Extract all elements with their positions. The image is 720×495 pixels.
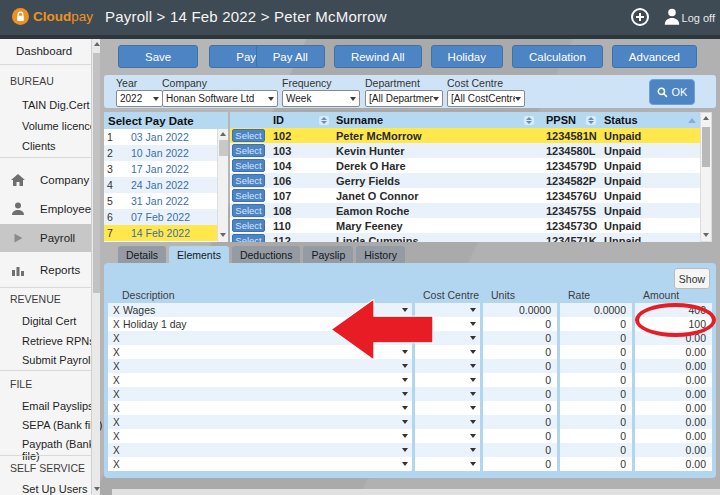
ok-search-button[interactable]: OK <box>649 79 695 105</box>
year-select[interactable]: 2022 <box>116 90 163 107</box>
cost-centre-select[interactable] <box>415 401 480 415</box>
amount-cell[interactable]: 0.00 <box>635 331 712 345</box>
remove-x-button[interactable]: X <box>113 459 123 470</box>
remove-x-button[interactable]: X <box>113 389 123 400</box>
remove-x-button[interactable]: X <box>113 445 123 456</box>
amount-cell[interactable]: 0.00 <box>635 457 712 471</box>
description-select[interactable]: X <box>108 415 412 429</box>
cost-centre-select[interactable] <box>415 345 480 359</box>
description-select[interactable]: X <box>108 429 412 443</box>
advanced-button[interactable]: Advanced <box>612 45 697 68</box>
description-select[interactable]: X <box>108 331 412 345</box>
amount-cell[interactable]: 0.00 <box>635 387 712 401</box>
pay-date-row-selected[interactable]: 714 Feb 2022 <box>104 225 217 241</box>
description-select[interactable]: XWages <box>108 303 412 317</box>
show-button[interactable]: Show <box>674 268 710 289</box>
sort-icon[interactable] <box>586 116 596 125</box>
scrollbar-thumb[interactable] <box>93 53 100 293</box>
description-select[interactable]: XHoliday 1 day <box>108 317 412 331</box>
units-cell[interactable]: 0 <box>483 415 557 429</box>
amount-cell[interactable]: 100 <box>635 317 712 331</box>
scroll-down-icon[interactable] <box>220 233 226 237</box>
units-cell[interactable]: 0 <box>483 345 557 359</box>
select-button[interactable]: Select <box>232 219 265 232</box>
select-button[interactable]: Select <box>232 144 265 157</box>
amount-cell[interactable]: 0.00 <box>635 401 712 415</box>
rate-cell[interactable]: 0 <box>560 401 632 415</box>
cost-centre-select[interactable] <box>415 373 480 387</box>
rate-cell[interactable]: 0 <box>560 415 632 429</box>
tab-payslip[interactable]: Payslip <box>303 246 353 263</box>
pay-date-row[interactable]: 424 Jan 2022 <box>104 177 217 193</box>
amount-cell[interactable]: 0.00 <box>635 443 712 457</box>
user-icon[interactable] <box>662 7 682 27</box>
cost-centre-select[interactable] <box>415 331 480 345</box>
units-cell[interactable]: 0 <box>483 387 557 401</box>
tab-deductions[interactable]: Deductions <box>232 246 301 263</box>
description-select[interactable]: X <box>108 373 412 387</box>
pay-date-row[interactable]: 317 Jan 2022 <box>104 161 217 177</box>
cost-centre-select[interactable] <box>415 457 480 471</box>
description-select[interactable]: X <box>108 443 412 457</box>
save-button[interactable]: Save <box>118 45 198 68</box>
description-select[interactable]: X <box>108 387 412 401</box>
remove-x-button[interactable]: X <box>113 347 123 358</box>
cost-centre-select[interactable]: [All CostCentres] <box>447 90 525 107</box>
sidebar-item-company[interactable]: Company <box>0 167 91 193</box>
remove-x-button[interactable]: X <box>113 431 123 442</box>
cost-centre-select[interactable] <box>415 387 480 401</box>
cost-centre-select[interactable] <box>415 359 480 373</box>
rate-cell[interactable]: 0 <box>560 359 632 373</box>
units-cell[interactable]: 0 <box>483 401 557 415</box>
remove-x-button[interactable]: X <box>113 305 123 316</box>
scroll-up-icon[interactable] <box>220 132 226 136</box>
pay-date-row[interactable]: 607 Feb 2022 <box>104 209 217 225</box>
rate-cell[interactable]: 0 <box>560 429 632 443</box>
units-cell[interactable]: 0 <box>483 317 557 331</box>
description-select[interactable]: X <box>108 359 412 373</box>
employee-table-scrollbar[interactable] <box>700 112 712 242</box>
rate-cell[interactable]: 0 <box>560 373 632 387</box>
remove-x-button[interactable]: X <box>113 403 123 414</box>
scrollbar-thumb[interactable] <box>219 140 228 156</box>
amount-cell[interactable]: 0.00 <box>635 429 712 443</box>
description-select[interactable]: X <box>108 401 412 415</box>
remove-x-button[interactable]: X <box>113 333 123 344</box>
sidebar-item-employee[interactable]: Employee <box>0 196 91 222</box>
cost-centre-select[interactable] <box>415 429 480 443</box>
remove-x-button[interactable]: X <box>113 361 123 372</box>
add-icon[interactable] <box>630 7 650 27</box>
rewind-all-button[interactable]: Rewind All <box>334 45 422 68</box>
scroll-down-icon[interactable] <box>703 233 709 237</box>
amount-cell[interactable]: 0.00 <box>635 373 712 387</box>
rate-cell[interactable]: 0 <box>560 457 632 471</box>
sidebar-item-payroll[interactable]: Payroll <box>0 224 91 252</box>
scroll-up-icon[interactable] <box>94 42 100 46</box>
sort-icon[interactable] <box>524 116 534 125</box>
select-button[interactable]: Select <box>232 174 265 187</box>
rate-cell[interactable]: 0 <box>560 317 632 331</box>
rate-cell[interactable]: 0 <box>560 443 632 457</box>
units-cell[interactable]: 0 <box>483 331 557 345</box>
remove-x-button[interactable]: X <box>113 319 123 330</box>
cost-centre-select[interactable] <box>415 443 480 457</box>
tab-details[interactable]: Details <box>118 246 166 263</box>
scroll-up-icon[interactable] <box>703 116 709 120</box>
pay-all-button[interactable]: Pay All <box>256 45 325 68</box>
amount-cell[interactable]: 0.00 <box>635 415 712 429</box>
department-select[interactable]: [All Departments] <box>365 90 443 107</box>
sort-icon[interactable] <box>319 116 329 125</box>
amount-cell[interactable]: 0.00 <box>635 359 712 373</box>
frequency-select[interactable]: Week <box>282 90 360 107</box>
tab-history[interactable]: History <box>356 246 405 263</box>
units-cell[interactable]: 0 <box>483 429 557 443</box>
cost-centre-select[interactable] <box>415 303 480 317</box>
pay-date-row[interactable]: 210 Jan 2022 <box>104 145 217 161</box>
select-button[interactable]: Select <box>232 204 265 217</box>
rate-cell[interactable]: 0 <box>560 345 632 359</box>
pay-date-scrollbar[interactable] <box>217 129 228 242</box>
company-select[interactable]: Honan Software Ltd <box>162 90 278 107</box>
rate-cell[interactable]: 0 <box>560 331 632 345</box>
units-cell[interactable]: 0.0000 <box>483 303 557 317</box>
units-cell[interactable]: 0 <box>483 457 557 471</box>
